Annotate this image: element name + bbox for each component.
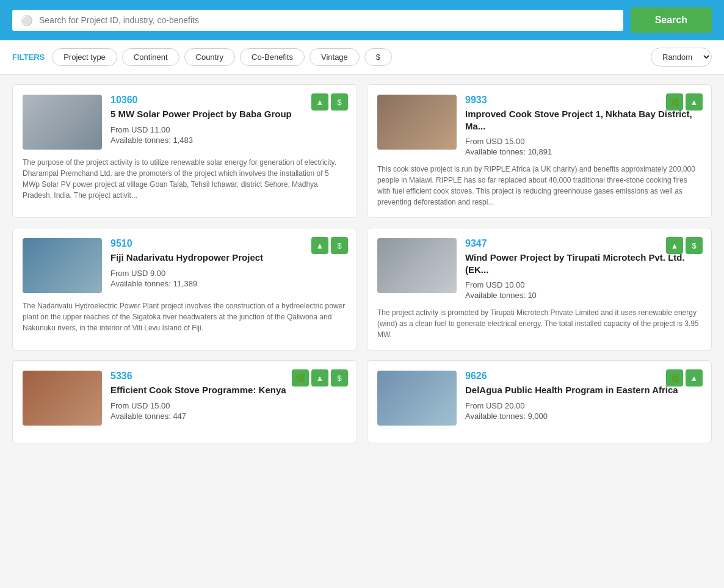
filters-bar: FILTERS Project type Continent Country C… <box>0 40 724 74</box>
card-image <box>377 238 457 293</box>
filter-vintage[interactable]: Vintage <box>310 48 360 66</box>
badge-dollar: $ <box>331 93 348 111</box>
projects-grid: ▲$103605 MW Solar Power Project by Baba … <box>0 74 724 453</box>
filter-country[interactable]: Country <box>184 48 236 66</box>
badge-leaf: 🌿 <box>666 369 683 387</box>
badge-person: ▲ <box>311 237 328 254</box>
search-input[interactable] <box>39 15 615 25</box>
project-card[interactable]: ▲$103605 MW Solar Power Project by Baba … <box>12 84 357 218</box>
card-description: The Nadarivatu Hydroelectric Power Plant… <box>23 300 347 333</box>
card-tonnes: Available tonnes: 11,389 <box>110 279 347 288</box>
badge-dollar: $ <box>331 237 348 254</box>
card-price: From USD 20.00 <box>465 401 701 410</box>
search-button[interactable]: Search <box>631 7 712 33</box>
card-tonnes: Available tonnes: 447 <box>110 412 347 421</box>
card-description: The project activity is promoted by Tiru… <box>377 307 701 340</box>
card-image <box>23 371 102 426</box>
card-price: From USD 10.00 <box>465 280 701 289</box>
badge-dollar: $ <box>686 237 703 254</box>
card-badges: 🌿▲ <box>666 93 703 111</box>
card-top: 103605 MW Solar Power Project by Baba Gr… <box>23 95 347 150</box>
card-image <box>23 238 102 293</box>
card-top: 9933Improved Cook Stove Project 1, Nkhat… <box>377 95 701 156</box>
card-tonnes: Available tonnes: 10,891 <box>465 147 701 156</box>
card-tonnes: Available tonnes: 9,000 <box>465 412 701 421</box>
card-image <box>377 371 457 426</box>
project-card[interactable]: ▲$9510Fiji Nadarivatu Hydropower Project… <box>12 228 357 350</box>
badge-dollar: $ <box>331 369 348 387</box>
card-top: 9510Fiji Nadarivatu Hydropower ProjectFr… <box>23 238 347 293</box>
filter-continent[interactable]: Continent <box>122 48 179 66</box>
badge-person: ▲ <box>311 93 328 111</box>
badge-person: ▲ <box>311 369 328 387</box>
project-card[interactable]: 🌿▲9933Improved Cook Stove Project 1, Nkh… <box>367 84 712 218</box>
project-card[interactable]: 🌿▲$5336Efficient Cook Stove Programme: K… <box>12 360 357 443</box>
search-icon: ⚪ <box>21 15 33 26</box>
card-badges: 🌿▲$ <box>292 369 348 387</box>
card-badges: 🌿▲ <box>666 369 703 387</box>
card-description: This cook stove project is run by RIPPLE… <box>377 164 701 208</box>
card-price: From USD 11.00 <box>110 125 347 134</box>
card-price: From USD 15.00 <box>465 137 701 146</box>
badge-leaf: 🌿 <box>292 369 309 387</box>
sort-select[interactable]: Random <box>651 48 712 67</box>
card-price: From USD 15.00 <box>110 401 347 410</box>
card-tonnes: Available tonnes: 10 <box>465 291 701 300</box>
filter-price[interactable]: $ <box>364 48 392 66</box>
card-title: Improved Cook Stove Project 1, Nkhata Ba… <box>465 108 701 132</box>
card-top: 9347Wind Power Project by Tirupati Micro… <box>377 238 701 300</box>
search-bar: ⚪ <box>12 10 623 31</box>
card-badges: ▲$ <box>311 93 348 111</box>
card-description: The purpose of the project activity is t… <box>23 157 347 201</box>
header: ⚪ Search <box>0 0 724 40</box>
card-image <box>377 95 457 150</box>
badge-leaf: 🌿 <box>666 93 683 111</box>
badge-person: ▲ <box>686 93 703 111</box>
badge-person: ▲ <box>666 237 683 254</box>
project-card[interactable]: 🌿▲9626DelAgua Public Health Program in E… <box>367 360 712 443</box>
card-top: 9626DelAgua Public Health Program in Eas… <box>377 371 701 426</box>
card-image <box>23 95 102 150</box>
card-title: Wind Power Project by Tirupati Microtech… <box>465 252 701 275</box>
card-badges: ▲$ <box>666 237 703 254</box>
filter-project-type[interactable]: Project type <box>52 48 117 66</box>
project-card[interactable]: ▲$9347Wind Power Project by Tirupati Mic… <box>367 228 712 350</box>
filters-label: FILTERS <box>12 53 45 62</box>
card-tonnes: Available tonnes: 1,483 <box>110 136 347 145</box>
card-badges: ▲$ <box>311 237 348 254</box>
card-price: From USD 9.00 <box>110 269 347 278</box>
badge-person: ▲ <box>686 369 703 387</box>
filter-co-benefits[interactable]: Co-Benefits <box>240 48 305 66</box>
